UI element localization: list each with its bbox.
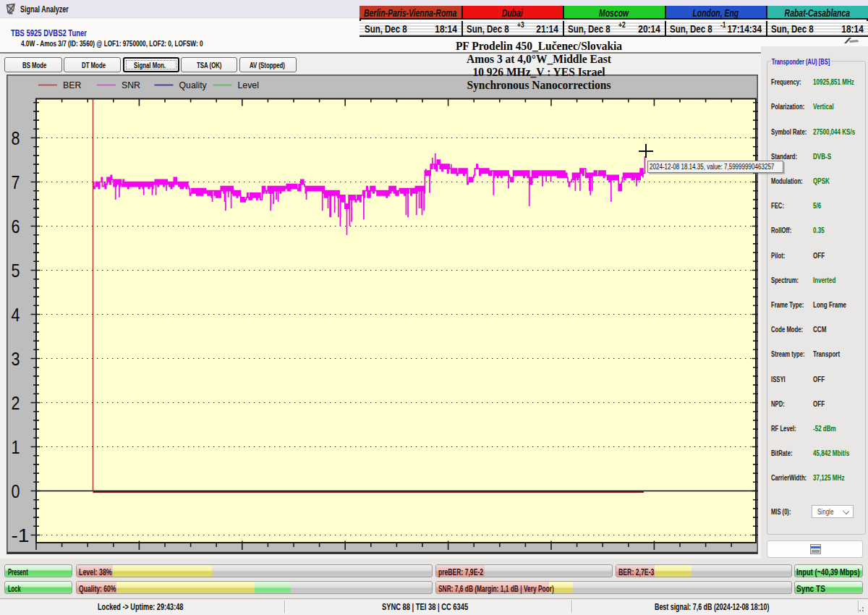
svg-text:Quality: Quality: [179, 80, 208, 90]
svg-text:1: 1: [12, 436, 20, 458]
svg-text:4: 4: [12, 304, 20, 326]
svg-text:BER: BER: [63, 80, 81, 90]
svg-text:7: 7: [12, 171, 20, 193]
svg-text:SNR: SNR: [122, 80, 140, 90]
svg-text:6: 6: [12, 216, 20, 237]
svg-text:8: 8: [12, 127, 20, 149]
svg-text:Level: Level: [238, 80, 259, 90]
svg-text:-1: -1: [12, 525, 30, 546]
svg-text:5: 5: [12, 260, 20, 281]
svg-text:3: 3: [12, 348, 20, 370]
svg-text:0: 0: [12, 480, 20, 502]
svg-text:2: 2: [12, 392, 20, 414]
